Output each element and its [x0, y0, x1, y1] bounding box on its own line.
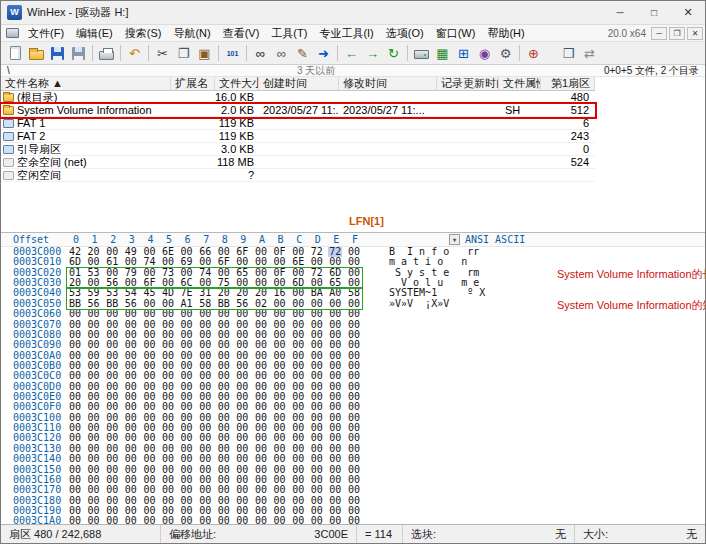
menu-item-0[interactable]: 文件(F) [22, 27, 70, 39]
file-row[interactable]: (根目录)16.0 KB480 [1, 91, 595, 104]
mdi-close-icon[interactable]: ✕ [687, 27, 703, 40]
file-row[interactable]: FAT 1119 KB6 [1, 117, 595, 130]
hex-byte[interactable]: 00 [106, 516, 125, 524]
refresh-icon[interactable]: ↻ [383, 44, 404, 63]
replace-icon[interactable]: ✎ [292, 44, 313, 63]
save-icon[interactable] [47, 44, 68, 63]
camera-icon[interactable]: ◉ [474, 44, 495, 63]
hex-byte[interactable]: 00 [181, 516, 200, 524]
hex-row[interactable]: 0003C1A000000000000000000000000000000000 [1, 516, 705, 524]
menu-item-7[interactable]: 选项(O) [380, 27, 430, 39]
calculator-icon[interactable]: ⊞ [453, 44, 474, 63]
hex-byte[interactable]: 00 [311, 309, 330, 319]
hex-row[interactable]: 0003C06000000000000000000000000000000000 [1, 309, 705, 319]
hex-byte[interactable]: 00 [88, 309, 107, 319]
sync-icon[interactable]: ⇄ [579, 44, 600, 63]
column-header-7[interactable]: 第1扇区 [541, 77, 595, 90]
hex-row[interactable]: 0003C14000000000000000000000000000000000 [1, 454, 705, 464]
tools-gear-icon[interactable]: ⚙ [495, 44, 516, 63]
hex-byte[interactable]: 00 [329, 516, 348, 524]
hex-byte[interactable]: 00 [218, 516, 237, 524]
hex-byte[interactable]: 00 [348, 516, 367, 524]
open-file-icon[interactable] [26, 44, 47, 63]
current-path[interactable]: \ [1, 65, 10, 76]
mdi-restore-icon[interactable]: ❐ [669, 27, 685, 40]
hex-byte[interactable]: 00 [125, 516, 144, 524]
hex-byte[interactable]: 00 [236, 516, 255, 524]
hex-byte[interactable]: 00 [311, 516, 330, 524]
open-disk-icon[interactable] [411, 44, 432, 63]
back-icon[interactable]: ← [341, 44, 362, 63]
cut-icon[interactable]: ✂ [152, 44, 173, 63]
hex-byte[interactable]: 00 [255, 516, 274, 524]
hex-byte[interactable]: 00 [125, 309, 144, 319]
file-row[interactable]: System Volume Information2.0 KB2023/05/2… [1, 104, 595, 117]
hex-search-binoculars-icon[interactable]: ∞ [271, 44, 292, 63]
search-binoculars-icon[interactable]: ∞ [250, 44, 271, 63]
copy-icon[interactable]: ❐ [173, 44, 194, 63]
hex-byte[interactable]: 00 [218, 309, 237, 319]
hex-byte[interactable]: 00 [348, 309, 367, 319]
hex-byte[interactable]: 00 [274, 309, 293, 319]
hex-byte[interactable]: 00 [143, 309, 162, 319]
hex-ascii-text[interactable]: »V»V ¡X»V [389, 299, 485, 309]
mdi-minimize-icon[interactable]: ─ [651, 27, 667, 40]
hex-byte[interactable]: 00 [274, 516, 293, 524]
column-header-0[interactable]: 文件名称 ▲ [1, 77, 171, 90]
hex-byte[interactable]: 00 [292, 516, 311, 524]
hex-byte[interactable]: 00 [329, 309, 348, 319]
save-as-icon[interactable] [68, 44, 89, 63]
minimize-icon[interactable]: ─ [603, 1, 637, 24]
help-lifebuoy-icon[interactable]: ⊕ [523, 44, 544, 63]
drive-window-icon [6, 28, 19, 38]
file-row[interactable]: FAT 2119 KB243 [1, 130, 595, 143]
goto-offset-icon[interactable]: ➜ [313, 44, 334, 63]
toolbar-separator [92, 45, 93, 61]
column-header-1[interactable]: 扩展名 [171, 77, 215, 90]
menu-item-3[interactable]: 导航(N) [167, 27, 216, 39]
column-header-2[interactable]: 文件大小 [215, 77, 259, 90]
menu-item-9[interactable]: 帮助(H) [481, 27, 530, 39]
hex-byte[interactable]: 00 [162, 516, 181, 524]
menu-item-8[interactable]: 窗口(W) [430, 27, 482, 39]
ram-editor-icon[interactable]: ▦ [432, 44, 453, 63]
hex-byte[interactable]: 00 [69, 309, 88, 319]
file-row[interactable]: 引导扇区3.0 KB0 [1, 143, 595, 156]
menu-item-1[interactable]: 编辑(E) [70, 27, 119, 39]
encoding-header[interactable]: ANSI ASCII [465, 233, 525, 246]
cell-sector: 0 [541, 143, 595, 155]
column-header-3[interactable]: 创建时间 [259, 77, 339, 90]
menu-item-4[interactable]: 查看(V) [217, 27, 266, 39]
menu-item-2[interactable]: 搜索(S) [119, 27, 168, 39]
undo-icon[interactable]: ↶ [124, 44, 145, 63]
hex-byte[interactable]: 00 [199, 516, 218, 524]
encoding-dropdown-icon[interactable]: ▼ [449, 234, 460, 245]
hex-byte[interactable]: 00 [162, 309, 181, 319]
hex-byte[interactable]: 00 [143, 516, 162, 524]
hex-byte[interactable]: 00 [181, 309, 200, 319]
hex-byte[interactable]: 00 [236, 309, 255, 319]
menu-item-5[interactable]: 工具(T) [265, 27, 313, 39]
hex-byte[interactable]: 00 [292, 309, 311, 319]
paste-icon[interactable]: ▣ [194, 44, 215, 63]
column-header-5[interactable]: 记录更新时间 [437, 77, 499, 90]
binary-view-icon[interactable]: 101 [222, 44, 243, 63]
close-icon[interactable]: ✕ [671, 1, 705, 24]
hex-byte[interactable]: 00 [106, 309, 125, 319]
forward-icon[interactable]: → [362, 44, 383, 63]
column-header-4[interactable]: 修改时间 [339, 77, 437, 90]
hex-byte[interactable]: 00 [199, 309, 218, 319]
file-row[interactable]: 空余空间 (net)118 MB524 [1, 156, 595, 169]
hex-byte[interactable]: 00 [88, 516, 107, 524]
offset-column-header[interactable]: Offset [1, 233, 69, 246]
hex-byte[interactable]: 00 [255, 309, 274, 319]
print-icon[interactable] [96, 44, 117, 63]
menu-item-6[interactable]: 专业工具(I) [313, 27, 379, 39]
maximize-icon[interactable]: □ [637, 1, 671, 24]
file-row[interactable]: 空闲空间? [1, 169, 595, 182]
new-file-icon[interactable] [5, 44, 26, 63]
cell-modified [339, 143, 437, 155]
hex-byte[interactable]: 00 [69, 516, 88, 524]
column-header-6[interactable]: 文件属性 [499, 77, 541, 90]
window-tile-icon[interactable]: ❒ [558, 44, 579, 63]
